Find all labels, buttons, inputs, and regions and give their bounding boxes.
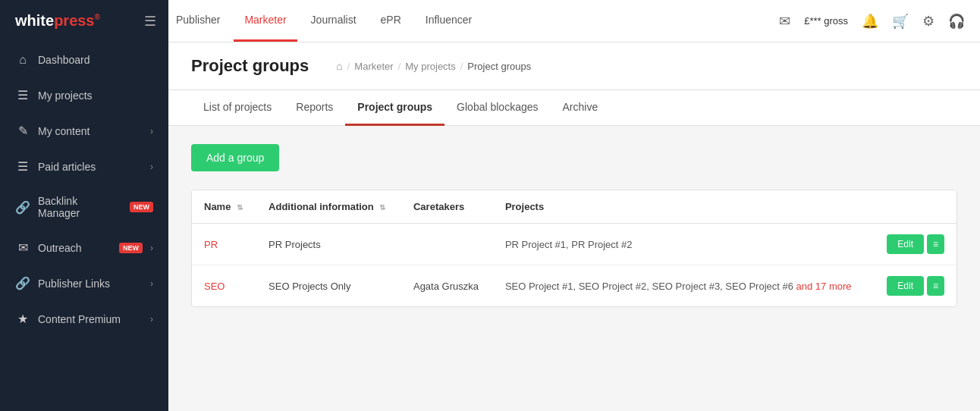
nav-marketer[interactable]: Marketer [234, 0, 297, 42]
row-name-pr[interactable]: PR [204, 239, 218, 250]
tab-archive[interactable]: Archive [551, 90, 611, 126]
content-premium-icon: ★ [15, 312, 30, 326]
new-badge-backlink: NEW [130, 202, 153, 212]
nav-epr[interactable]: ePR [370, 0, 412, 42]
chevron-right-icon-4: › [150, 278, 153, 289]
balance-display: £*** gross [804, 15, 848, 27]
row-caretakers-pr [401, 224, 493, 265]
menu-button-seo[interactable]: ≡ [927, 276, 944, 296]
sidebar-label-paid-articles: Paid articles [38, 161, 143, 173]
headset-icon[interactable]: 🎧 [948, 13, 965, 30]
publisher-links-icon: 🔗 [15, 276, 30, 290]
sidebar-item-publisher-links[interactable]: 🔗 Publisher Links › [0, 265, 168, 301]
chevron-right-icon: › [150, 126, 153, 136]
mail-icon[interactable]: ✉ [779, 13, 790, 30]
add-group-button[interactable]: Add a group [191, 144, 279, 171]
sort-name-icon: ⇅ [237, 203, 243, 212]
breadcrumb-my-projects[interactable]: My projects [405, 61, 455, 72]
chevron-right-icon-5: › [150, 314, 153, 325]
tab-project-groups[interactable]: Project groups [345, 90, 444, 126]
my-content-icon: ✎ [15, 124, 30, 138]
row-projects-pr: PR Project #1, PR Project #2 [493, 224, 873, 265]
menu-button-pr[interactable]: ≡ [927, 234, 944, 254]
sidebar-item-backlink-manager[interactable]: 🔗 Backlink Manager NEW [0, 184, 168, 230]
nav-influencer[interactable]: Influencer [415, 0, 482, 42]
edit-button-pr[interactable]: Edit [887, 234, 924, 254]
cart-icon[interactable]: 🛒 [892, 13, 909, 30]
breadcrumb-current: Project groups [467, 61, 531, 72]
my-projects-icon: ☰ [15, 88, 30, 102]
sidebar-item-paid-articles[interactable]: ☰ Paid articles › [0, 149, 168, 184]
sidebar-item-dashboard[interactable]: ⌂ Dashboard [0, 42, 168, 77]
sidebar-item-outreach[interactable]: ✉ Outreach NEW › [0, 230, 168, 265]
bell-icon[interactable]: 🔔 [862, 13, 878, 30]
project-groups-table: Name ⇅ Additional information ⇅ Caretake… [191, 190, 957, 307]
chevron-right-icon-2: › [150, 162, 153, 172]
dashboard-icon: ⌂ [15, 53, 30, 67]
paid-articles-icon: ☰ [15, 159, 30, 174]
sidebar-item-my-content[interactable]: ✎ My content › [0, 113, 168, 149]
col-caretakers: Caretakers [401, 190, 493, 224]
row-info-pr: PR Projects [256, 224, 401, 265]
sidebar-label-publisher-links: Publisher Links [38, 278, 143, 290]
row-name-seo[interactable]: SEO [204, 281, 225, 292]
chevron-right-icon-3: › [150, 243, 153, 253]
home-icon[interactable]: ⌂ [336, 60, 342, 72]
sidebar-item-my-projects[interactable]: ☰ My projects [0, 77, 168, 113]
breadcrumb: ⌂ / Marketer / My projects / Project gro… [336, 60, 531, 72]
breadcrumb-marketer[interactable]: Marketer [354, 61, 393, 72]
sort-info-icon: ⇅ [379, 203, 385, 212]
logo-press: press [54, 12, 94, 29]
tab-reports[interactable]: Reports [284, 90, 345, 126]
col-additional-info[interactable]: Additional information ⇅ [256, 190, 401, 224]
nav-journalist[interactable]: Journalist [300, 0, 367, 42]
new-badge-outreach: NEW [119, 243, 143, 253]
tab-list-of-projects[interactable]: List of projects [191, 90, 284, 126]
row-projects-seo: SEO Project #1, SEO Project #2, SEO Proj… [493, 265, 873, 307]
settings-icon[interactable]: ⚙ [922, 13, 934, 30]
row-info-seo: SEO Projects Only [256, 265, 401, 307]
tab-global-blockages[interactable]: Global blockages [444, 90, 550, 126]
nav-publisher[interactable]: Publisher [165, 0, 231, 42]
page-title: Project groups [191, 56, 309, 76]
outreach-icon: ✉ [15, 240, 30, 255]
col-name[interactable]: Name ⇅ [192, 190, 256, 224]
table-row: SEO SEO Projects Only Agata Gruszka SEO … [192, 265, 956, 307]
sidebar-label-my-projects: My projects [38, 89, 153, 102]
more-projects-link[interactable]: and 17 more [796, 281, 852, 292]
sidebar-item-content-premium[interactable]: ★ Content Premium › [0, 301, 168, 337]
sidebar-label-backlink-manager: Backlink Manager [38, 195, 119, 219]
logo-white: white [15, 12, 54, 29]
table-row: PR PR Projects PR Project #1, PR Project… [192, 224, 956, 265]
col-projects: Projects [493, 190, 873, 224]
sidebar-label-dashboard: Dashboard [38, 54, 153, 66]
sidebar-label-my-content: My content [38, 125, 143, 137]
sidebar-label-content-premium: Content Premium [38, 313, 143, 325]
logo-reg: ® [95, 13, 100, 21]
edit-button-seo[interactable]: Edit [887, 276, 924, 296]
row-caretakers-seo: Agata Gruszka [401, 265, 493, 307]
sidebar-label-outreach: Outreach [38, 242, 108, 254]
backlink-icon: 🔗 [15, 200, 30, 215]
col-actions [873, 190, 956, 224]
